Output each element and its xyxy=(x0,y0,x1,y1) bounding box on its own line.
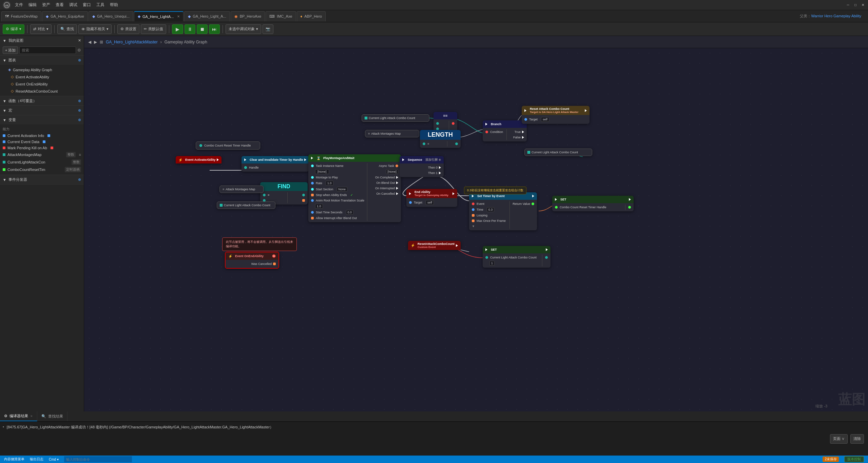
menu-asset[interactable]: 资产 xyxy=(42,1,50,9)
add-dispatcher-icon[interactable]: ⊕ xyxy=(78,177,81,182)
functions-label: 函数（4可覆盖） xyxy=(8,98,37,103)
cmd-btn[interactable]: Cmd ▾ xyxy=(49,458,59,461)
node-branch[interactable]: Branch Condition True xyxy=(483,120,527,141)
tab-bp-heroaxe[interactable]: ◉ BP_HeroAxe xyxy=(231,11,265,21)
add-variable-icon[interactable]: ⊕ xyxy=(78,118,81,122)
node-attack-montages-top[interactable]: ≡ Attack Montages Map xyxy=(365,130,419,137)
macros-header[interactable]: ▼ 宏 ⊕ xyxy=(0,106,84,115)
compiler-results-tab[interactable]: ⚙ 编译器结果 ✕ xyxy=(0,411,37,421)
node-event-activate[interactable]: ⚡ Event ActivateAbility xyxy=(176,156,221,163)
class-settings-button[interactable]: ⚙ 类设置 xyxy=(117,24,139,34)
pin-task-name: Task Instance Name xyxy=(308,163,367,169)
node-current-light-attack-left[interactable]: Current Light Attack Combo Count xyxy=(217,201,275,209)
tab-close-icon[interactable]: ✕ xyxy=(177,15,180,18)
pause-button[interactable]: ⏸ xyxy=(185,24,195,34)
add-graph-icon[interactable]: ⊕ xyxy=(78,58,81,62)
var-combo-reset-timer[interactable]: ComboCountResetTim 定时器柄 xyxy=(0,166,84,173)
find-results-tab[interactable]: 🔍 查找结果 xyxy=(37,411,67,421)
compile-button[interactable]: ⚙ 编译 ▾ xyxy=(3,24,24,34)
node-clear-timer[interactable]: Clear and Invalidate Timer by Handle Han… xyxy=(242,156,309,172)
node-attack-montages-left[interactable]: ≡ Attack Montages Map xyxy=(219,186,264,193)
diff-button[interactable]: ⇄ 对比 ▾ xyxy=(30,24,52,34)
class-defaults-button[interactable]: ✏ 类默认值 xyxy=(141,24,166,34)
node-set-handle[interactable]: SET Combo Count Reset Timer Handle xyxy=(552,196,634,211)
diff-dropdown[interactable]: ▾ xyxy=(46,27,49,31)
functions-header[interactable]: ▼ 函数（4可覆盖） ⊕ xyxy=(0,96,84,105)
node-play-montage[interactable]: ⌛ PlayMontageAndWait Task Instance Name … xyxy=(308,154,401,222)
stop-button[interactable]: ⏹ xyxy=(197,24,208,34)
variables-header[interactable]: ▼ 变量 ⊕ xyxy=(0,115,84,124)
play-button[interactable]: ▶ xyxy=(172,24,183,34)
my-blueprint-header[interactable]: ▼ 我的蓝图 ✕ xyxy=(0,36,84,45)
output-log-btn[interactable]: 输出日志 xyxy=(30,457,43,462)
compiler-tab-close[interactable]: ✕ xyxy=(30,414,33,418)
tab-imc-axe[interactable]: ⌨ IMC_Axe xyxy=(266,11,296,21)
clear-button[interactable]: 清除 xyxy=(850,434,864,444)
tab-ga-equip[interactable]: ◆ GA_Hero_EquipAxe xyxy=(42,11,88,21)
pin-none-2: [None] xyxy=(367,169,401,175)
node-reset-attack-top[interactable]: Reset Attack Combo Count Target is GA He… xyxy=(522,106,590,124)
content-browser-btn[interactable]: 内容侧滑菜单 xyxy=(4,457,24,462)
tab-ga-lightattack[interactable]: ◆ GA_Hero_LightA... ✕ xyxy=(134,11,184,21)
node-sequence[interactable]: Sequence 添加引脚 ⊕ Then 0 Then 1 xyxy=(400,156,444,177)
nav-forward-icon[interactable]: ▶ xyxy=(94,40,97,44)
nav-back-icon[interactable]: ◀ xyxy=(88,40,91,44)
find-button[interactable]: 🔍 查找 xyxy=(57,24,77,34)
camera-button[interactable]: 📷 xyxy=(263,24,273,34)
var-current-light-attack[interactable]: CurrentLightAttackCon 整数 xyxy=(0,158,84,166)
tab-ga-light-a[interactable]: ◆ GA_Hero_Light_A... xyxy=(184,11,230,21)
graph-item-event-activate[interactable]: ◇ Event ActivateAbility xyxy=(0,73,84,80)
search-input[interactable] xyxy=(19,46,76,54)
menu-file[interactable]: 文件 xyxy=(15,1,23,9)
debug-dropdown[interactable]: ▾ xyxy=(256,27,258,31)
compile-dropdown[interactable]: ▾ xyxy=(19,27,21,31)
var-mark-pending[interactable]: Mark Pending Kill on Ab xyxy=(0,145,84,151)
var-current-event[interactable]: Current Event Data xyxy=(0,139,84,145)
node-combo-timer-var[interactable]: Combo Count Reset Timer Handle xyxy=(196,141,260,150)
debug-target-button[interactable]: 未选中调试对象 ▾ xyxy=(226,24,261,34)
menu-window[interactable]: 窗口 xyxy=(83,1,91,9)
node-reset-combo-bottom[interactable]: ⚡ ResetAttackComboCount Custom Event xyxy=(408,241,461,250)
add-button[interactable]: + 添加 xyxy=(3,46,18,54)
close-panel-icon[interactable]: ✕ xyxy=(78,38,81,43)
cmd-input[interactable] xyxy=(64,456,132,462)
var-attack-montages[interactable]: AttackMontagesMap 整数 ≡ xyxy=(0,151,84,158)
node-length[interactable]: LENGTH ≡ xyxy=(420,130,461,148)
blueprint-canvas[interactable]: Combo Count Reset Timer Handle ⚡ Event A… xyxy=(84,48,868,411)
step-button[interactable]: ⏭ xyxy=(209,24,220,34)
menu-help[interactable]: 帮助 xyxy=(110,1,118,9)
canvas-container[interactable]: ◀ ▶ ⊞ GA_Hero_LightAttackMaster › Gamepl… xyxy=(84,36,868,411)
event-dispatchers-header[interactable]: ▼ 事件分发器 ⊕ xyxy=(0,175,84,184)
node-set-combo[interactable]: SET Current Light Attack Combo Count 1 xyxy=(483,246,551,268)
menu-tools[interactable]: 工具 xyxy=(96,1,104,9)
add-function-icon[interactable]: ⊕ xyxy=(78,99,81,103)
time-val: 0.3 xyxy=(487,207,495,212)
close-button[interactable]: ✕ xyxy=(861,3,865,7)
tab-abp-hero[interactable]: ♦ ABP_Hero xyxy=(297,11,326,21)
node-current-light-branch[interactable]: Current Light Attack Combo Count xyxy=(524,149,592,156)
node-event-onend[interactable]: ⚡ Event OnEndAbility ⛔ Was Cancelled xyxy=(225,252,279,269)
search-settings-icon[interactable]: ⚙ xyxy=(77,48,81,53)
graph-item-event-onend[interactable]: ◇ Event OnEndAbility xyxy=(0,80,84,88)
menu-view[interactable]: 查看 xyxy=(56,1,64,9)
hide-dropdown[interactable]: ▾ xyxy=(107,27,109,31)
menu-debug[interactable]: 调试 xyxy=(69,1,77,9)
menu-edit[interactable]: 编辑 xyxy=(28,1,37,9)
node-end-ability[interactable]: End Ability Target in Gameplay Ability T… xyxy=(406,189,457,207)
breadcrumb-1[interactable]: GA_Hero_LightAttackMaster xyxy=(106,40,158,44)
minimize-button[interactable]: ─ xyxy=(846,3,850,7)
page-button[interactable]: 页面 ∨ xyxy=(830,434,848,444)
add-macro-icon[interactable]: ⊕ xyxy=(78,108,81,113)
tab-featuredevmap[interactable]: 🗺 FeatureDevMap xyxy=(1,11,41,21)
maximize-button[interactable]: □ xyxy=(853,3,858,7)
hide-unrelated-button[interactable]: 👁 隐藏不相关 ▾ xyxy=(78,24,112,34)
var-current-activation[interactable]: Current Activation Info xyxy=(0,133,84,139)
graph-header[interactable]: ▼ 图表 ⊕ xyxy=(0,56,84,65)
version-control-btn[interactable]: 版本控制 xyxy=(844,456,864,462)
node-set-timer[interactable]: Set Timer by Event Event Time 0.3 xyxy=(469,192,537,230)
graph-item-gameplay-ability[interactable]: ◈ Gameplay Ability Graph xyxy=(0,66,84,73)
tab-ga-unequip[interactable]: ◆ GA_Hero_Unequi... xyxy=(89,11,133,21)
node-current-light-top[interactable]: Current Light Attack Combo Count xyxy=(362,114,429,122)
target-val: self xyxy=(541,117,549,122)
graph-item-reset-combo[interactable]: ◇ ResetAttackComboCount xyxy=(0,88,84,95)
